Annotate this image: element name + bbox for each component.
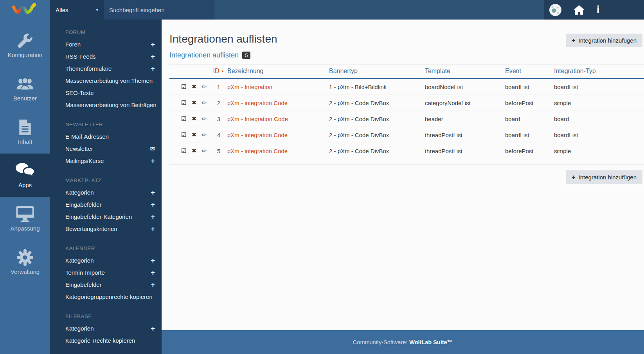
menu-item-kategorien-kalender[interactable]: Kategorien +: [65, 254, 155, 266]
menu-section-title: NEWSLETTER: [65, 119, 155, 131]
plus-icon[interactable]: +: [151, 269, 155, 276]
menu-section-title: FILEBASE: [65, 311, 155, 322]
delete-icon[interactable]: ✖: [192, 115, 197, 122]
sidebar-item-verwaltung[interactable]: Verwaltung: [0, 240, 50, 284]
add-integration-button-top[interactable]: + Integration hinzufügen: [566, 34, 642, 47]
toggle-enable-icon[interactable]: ☑: [181, 115, 186, 122]
plus-icon[interactable]: +: [151, 41, 155, 48]
menu-item-newsletter[interactable]: Newsletter ✉: [65, 143, 155, 155]
edit-pencil-icon[interactable]: ✏: [201, 83, 207, 90]
home-icon[interactable]: [573, 5, 585, 15]
envelope-icon[interactable]: ✉: [150, 145, 155, 152]
integrations-table: ID▲ Bezeichnung Bannertyp Template Event…: [169, 64, 644, 159]
plus-icon[interactable]: +: [151, 257, 155, 264]
plus-icon[interactable]: +: [151, 213, 155, 220]
menu-item-kategorien-filebase[interactable]: Kategorien +: [65, 322, 155, 334]
toggle-enable-icon[interactable]: ☑: [181, 147, 186, 154]
cell-id: 1: [210, 79, 227, 95]
toggle-enable-icon[interactable]: ☑: [181, 99, 186, 106]
integration-link[interactable]: pXm - integration Code: [227, 132, 288, 138]
toggle-enable-icon[interactable]: ☑: [181, 83, 186, 90]
cell-bannertyp: 2 - pXm - Code DivBox: [329, 127, 425, 143]
sidebar-item-inhalt[interactable]: Inhalt: [0, 110, 50, 154]
menu-item-eingabefelder-kalender[interactable]: Eingabefelder +: [65, 279, 155, 291]
edit-pencil-icon[interactable]: ✏: [201, 115, 207, 122]
menu-item-mailings-kurse[interactable]: Mailings/Kurse +: [65, 155, 155, 167]
menu-item-foren[interactable]: Foren +: [65, 38, 155, 50]
section-title-link[interactable]: Integrationen auflisten: [169, 51, 239, 59]
cell-template: boardNodeList: [425, 79, 505, 95]
edit-pencil-icon[interactable]: ✏: [201, 131, 207, 138]
menu-item-themenformulare[interactable]: Themenformulare +: [65, 63, 155, 75]
plus-icon[interactable]: +: [151, 53, 155, 60]
cell-id: 4: [210, 127, 227, 143]
table-row: ☑ ✖ ✏ 1 pXm - Integration 1 - pXm - Bild…: [169, 79, 644, 95]
footer-text: Community-Software:: [353, 339, 407, 345]
sidebar-item-anpassung[interactable]: Anpassung: [0, 197, 50, 240]
cell-integration-typ: boardList: [554, 79, 644, 95]
menu-item-email-adressen[interactable]: E-Mail-Adressen: [65, 131, 155, 143]
menu-item-kategoriegruppenrechte[interactable]: Kategoriegruppenrechte kopieren: [65, 291, 155, 303]
search-scope-select[interactable]: Alles ▾: [50, 0, 104, 20]
cell-id: 2: [210, 95, 227, 111]
plus-icon[interactable]: +: [151, 325, 155, 332]
plus-icon[interactable]: +: [151, 189, 155, 196]
column-integration-typ[interactable]: Integration-Typ: [554, 64, 644, 79]
plus-icon[interactable]: +: [151, 281, 155, 288]
delete-icon[interactable]: ✖: [192, 131, 197, 138]
menu-item-termin-importe[interactable]: Termin-Importe +: [65, 266, 155, 279]
column-bezeichnung[interactable]: Bezeichnung: [227, 64, 329, 79]
plus-icon[interactable]: +: [151, 157, 155, 164]
info-icon[interactable]: i: [597, 5, 600, 15]
plus-icon[interactable]: +: [151, 201, 155, 208]
cell-event: beforePost: [505, 143, 554, 159]
topbar-spacer: [214, 0, 544, 20]
column-id[interactable]: ID▲: [210, 64, 227, 79]
cell-integration-typ: board: [554, 111, 644, 127]
woltlab-logo[interactable]: [0, 0, 50, 20]
user-avatar[interactable]: [549, 4, 561, 16]
plus-icon[interactable]: +: [151, 225, 155, 232]
toggle-enable-icon[interactable]: ☑: [181, 131, 186, 138]
menu-item-eingabefelder-marktplatz[interactable]: Eingabefelder +: [65, 198, 155, 211]
sidebar-item-label: Konfiguration: [8, 52, 42, 58]
search-scope-value: Alles: [56, 7, 68, 13]
delete-icon[interactable]: ✖: [192, 147, 197, 154]
menu-item-bewertungskriterien[interactable]: Bewertungskriterien +: [65, 223, 155, 235]
menu-item-massenverarbeitung-beitraege[interactable]: Massenverarbeitung von Beiträgen: [65, 99, 155, 111]
menu-item-seo-texte[interactable]: SEO-Texte: [65, 87, 155, 99]
sidebar-item-benutzer[interactable]: Benutzer: [0, 67, 50, 110]
woltlab-logo-icon: [11, 2, 40, 18]
menu-item-kategorien-marktplatz[interactable]: Kategorien +: [65, 186, 155, 198]
plus-icon[interactable]: +: [151, 65, 155, 72]
sidebar-item-konfiguration[interactable]: Konfiguration: [0, 23, 50, 67]
sidebar: Konfiguration Benutzer: [0, 20, 50, 354]
topbar: Alles ▾ i: [0, 0, 644, 20]
edit-pencil-icon[interactable]: ✏: [201, 99, 207, 106]
menu-item-kategorie-rechte[interactable]: Kategorie-Rechte kopieren: [65, 334, 155, 347]
menu-item-eingabefelder-kategorien[interactable]: Eingabefelder-Kategorien +: [65, 211, 155, 223]
add-integration-button-bottom[interactable]: + Integration hinzufügen: [566, 170, 642, 184]
footer-brand: WoltLab Suite™: [409, 339, 453, 345]
integration-link[interactable]: pXm - Integration Code: [227, 116, 288, 122]
column-bannertyp[interactable]: Bannertyp: [329, 64, 425, 79]
search-input[interactable]: [104, 7, 214, 13]
edit-pencil-icon[interactable]: ✏: [201, 147, 207, 154]
integration-link[interactable]: pXm - integration Code: [227, 100, 288, 106]
sort-asc-icon: ▲: [221, 69, 224, 73]
integration-link[interactable]: pXm - Integration: [227, 84, 272, 90]
menu-section-marktplatz: MARKTPLATZ Kategorien + Eingabefelder + …: [65, 175, 155, 235]
sidebar-item-apps[interactable]: Apps: [0, 154, 50, 197]
cell-template: threadPostList: [425, 143, 505, 159]
delete-icon[interactable]: ✖: [192, 99, 197, 106]
column-event[interactable]: Event: [505, 64, 554, 79]
menu-section-title: KALENDER: [65, 243, 155, 254]
delete-icon[interactable]: ✖: [192, 83, 197, 90]
cell-bannertyp: 1 - pXm - Bild+Bildlink: [329, 79, 425, 95]
menu-item-rss-feeds[interactable]: RSS-Feeds +: [65, 50, 155, 63]
menu-section-newsletter: NEWSLETTER E-Mail-Adressen Newsletter ✉ …: [65, 119, 155, 167]
monitor-icon: [16, 206, 34, 223]
integration-link[interactable]: pXm - integration Code: [227, 148, 288, 154]
menu-item-massenverarbeitung-themen[interactable]: Massenverarbeitung von Themen: [65, 75, 155, 87]
column-template[interactable]: Template: [425, 64, 505, 79]
